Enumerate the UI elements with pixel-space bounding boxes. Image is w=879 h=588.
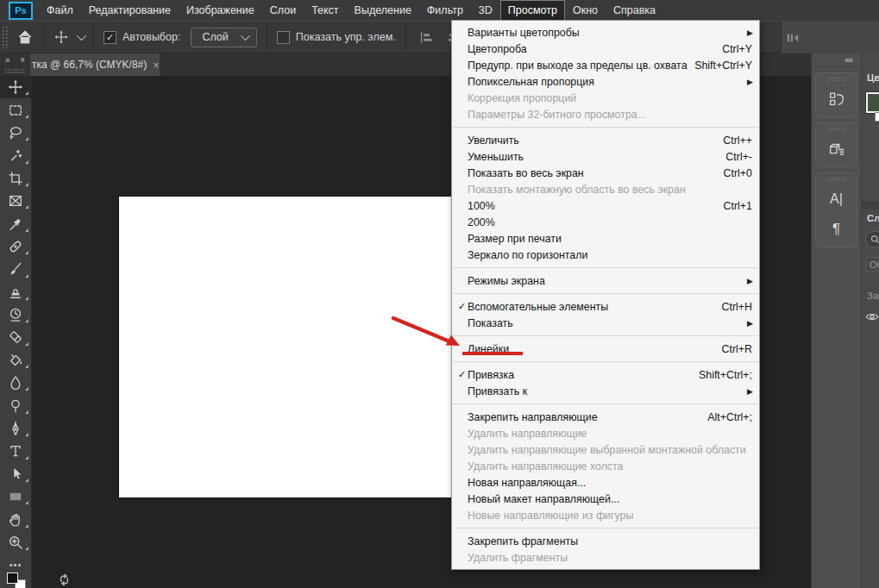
layers-search-input[interactable] <box>865 231 879 247</box>
document-tab[interactable]: тка @ 66,7% (CMYK/8#) × <box>30 53 160 76</box>
menu-item[interactable]: Новая направляющая... <box>452 474 759 491</box>
menu-item[interactable]: Закрепить направляющиеAlt+Ctrl+; <box>452 409 759 425</box>
menu-item: Новые направляющие из фигуры <box>452 507 759 523</box>
autoselect-checkbox[interactable]: ✓ <box>104 31 116 44</box>
menu-item[interactable]: Показать во весь экранCtrl+0 <box>452 165 759 181</box>
submenu-arrow-icon: ▶ <box>747 28 753 37</box>
menubar-item-изображение[interactable]: Изображение <box>179 0 262 21</box>
path-selection-tool[interactable] <box>0 463 31 485</box>
menubar-item-выделение[interactable]: Выделение <box>347 0 419 21</box>
blur-tool[interactable] <box>0 372 31 394</box>
edit-toolbar-ellipsis-icon[interactable]: ••• <box>0 557 31 572</box>
menu-item[interactable]: Попиксельная пропорция▶ <box>452 73 759 90</box>
tools-panel-grip[interactable] <box>4 68 26 73</box>
brush-tool[interactable] <box>0 258 31 280</box>
tools-panel: ••• <box>0 76 32 588</box>
check-icon: ✓ <box>106 33 114 42</box>
dock-group-grip[interactable] <box>826 177 847 181</box>
clone-stamp-tool[interactable] <box>0 281 31 303</box>
menubar-item-редактирование[interactable]: Редактирование <box>81 0 179 21</box>
swap-colors-icon[interactable] <box>57 572 72 588</box>
menu-item[interactable]: Закрепить фрагменты <box>452 533 759 549</box>
menubar-item-файл[interactable]: Файл <box>39 0 81 21</box>
document-canvas[interactable] <box>119 197 455 497</box>
menu-item[interactable]: Показать▶ <box>452 315 759 331</box>
menu-item-label: Зеркало по горизонтали <box>468 249 759 261</box>
menu-item: Удалить направляющие <box>452 425 759 441</box>
magic-wand-tool[interactable] <box>0 144 31 166</box>
menubar-item-слои[interactable]: Слои <box>262 0 304 21</box>
paragraph-panel-icon[interactable]: ¶ <box>822 217 851 241</box>
history-brush-tool[interactable] <box>0 303 31 326</box>
pen-tool[interactable] <box>0 417 31 440</box>
menubar-item-справка[interactable]: Справка <box>606 0 663 21</box>
search-icon <box>870 235 879 244</box>
menu-item-shortcut: Ctrl+0 <box>724 167 752 179</box>
rectangular-marquee-tool[interactable] <box>0 98 31 121</box>
align-left-edges-icon[interactable] <box>419 30 434 45</box>
crop-tool[interactable] <box>0 167 31 190</box>
menubar-item-3d[interactable]: 3D <box>471 0 500 21</box>
healing-brush-tool[interactable] <box>0 235 31 258</box>
expand-panel-icon[interactable]: » <box>5 55 10 65</box>
menu-item[interactable]: Размер при печати <box>452 230 759 247</box>
menu-item[interactable]: Новый макет направляющей... <box>452 491 759 507</box>
close-panel-icon[interactable]: × <box>20 55 25 65</box>
show-transform-controls-checkbox[interactable] <box>277 31 290 44</box>
type-tool[interactable] <box>0 440 31 462</box>
menu-item[interactable]: 100%Ctrl+1 <box>452 197 759 214</box>
properties-panel-icon[interactable] <box>822 137 851 161</box>
layers-panel-tab[interactable]: Сло <box>867 213 879 223</box>
options-bar-grip[interactable] <box>2 26 9 48</box>
menu-item[interactable]: ✓ПривязкаShift+Ctrl+; <box>452 366 759 383</box>
dodge-tool[interactable] <box>0 394 31 416</box>
rectangle-tool[interactable] <box>0 485 31 508</box>
dock-group <box>815 122 857 167</box>
layer-visibility-eye-icon[interactable] <box>865 310 879 326</box>
paint-bucket-tool[interactable] <box>0 349 31 372</box>
eyedropper-tool[interactable] <box>0 212 31 235</box>
menubar-item-просмотр[interactable]: Просмотр <box>500 0 565 21</box>
move-tool[interactable] <box>0 76 31 98</box>
menubar-item-текст[interactable]: Текст <box>304 0 346 21</box>
home-icon[interactable] <box>16 28 34 46</box>
menu-item[interactable]: Зеркало по горизонтали <box>452 247 759 263</box>
menubar-item-окно[interactable]: Окно <box>565 0 606 21</box>
frame-tool[interactable] <box>0 190 31 212</box>
menu-item[interactable]: Режимы экрана▶ <box>452 272 759 289</box>
foreground-color-well[interactable] <box>866 92 879 113</box>
menu-item[interactable]: УменьшитьCtrl+- <box>452 148 759 165</box>
menu-item[interactable]: ✓Вспомогательные элементыCtrl+H <box>452 298 759 315</box>
menu-item-label: Закрепить направляющие <box>468 411 707 423</box>
eraser-tool[interactable] <box>0 326 31 348</box>
blend-mode-select[interactable]: Об <box>865 257 879 272</box>
color-swatches[interactable] <box>7 572 29 588</box>
background-color-well[interactable] <box>875 112 879 122</box>
foreground-color-swatch[interactable] <box>7 572 18 584</box>
hand-tool[interactable] <box>0 508 31 530</box>
character-panel-icon[interactable]: A| <box>822 187 851 211</box>
menu-item[interactable]: Варианты цветопробы▶ <box>452 24 759 41</box>
menu-item-shortcut: Ctrl+- <box>725 151 752 163</box>
menu-item: Показать монтажную область во весь экран <box>452 181 759 197</box>
align-distribute-flyout-icon[interactable] <box>785 31 801 45</box>
move-tool-options-icon[interactable] <box>53 29 69 45</box>
autoselect-target-select[interactable]: Слой <box>191 28 256 47</box>
collapse-panels-icon[interactable]: «« <box>812 53 861 67</box>
menu-item[interactable]: ЦветопробаCtrl+Y <box>452 41 759 57</box>
history-panel-icon[interactable] <box>822 87 851 111</box>
lasso-tool[interactable] <box>0 122 31 144</box>
dock-group-grip[interactable] <box>826 127 847 131</box>
zoom-tool[interactable] <box>0 531 31 554</box>
dock-group-grip[interactable] <box>826 77 847 81</box>
menu-item[interactable]: 200% <box>452 214 759 230</box>
tool-preset-caret-icon[interactable] <box>77 31 86 41</box>
menu-item[interactable]: УвеличитьCtrl++ <box>452 132 759 148</box>
tab-close-icon[interactable]: × <box>153 59 160 72</box>
menu-separator <box>453 528 758 529</box>
submenu-arrow-icon: ▶ <box>747 387 753 396</box>
menubar-item-фильтр[interactable]: Фильтр <box>419 0 471 21</box>
menu-item[interactable]: Предупр. при выходе за пределы цв. охват… <box>452 57 759 73</box>
color-panel-tab[interactable]: Цв <box>867 72 879 83</box>
menu-item[interactable]: Привязать к▶ <box>452 383 759 399</box>
